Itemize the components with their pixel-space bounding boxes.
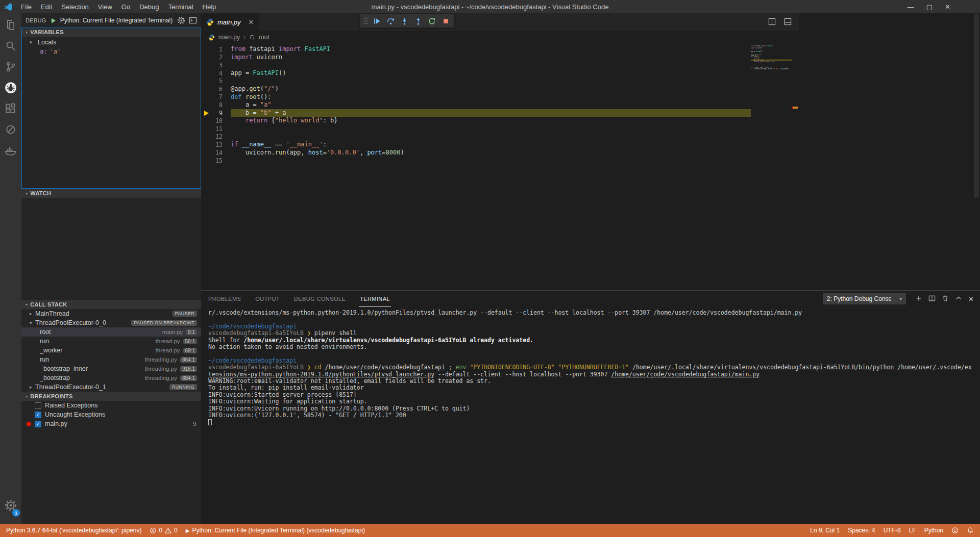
maximize-panel-icon[interactable] <box>955 295 962 303</box>
code-line-14[interactable]: uvicorn.run(app, host='0.0.0.0', port=80… <box>231 149 751 157</box>
problems-status[interactable]: 0 0 <box>145 524 181 537</box>
breakpoint-checkbox[interactable] <box>35 402 41 409</box>
variable-row[interactable]: a: 'a' <box>21 47 201 56</box>
code-line-2[interactable]: import uvicorn <box>231 54 751 62</box>
menu-terminal[interactable]: Terminal <box>163 0 198 13</box>
split-editor-icon[interactable] <box>768 18 776 27</box>
activity-search-icon[interactable] <box>0 35 21 56</box>
gutter-line-6[interactable]: 6 <box>201 85 231 93</box>
step-into-button[interactable] <box>398 15 410 27</box>
continue-button[interactable] <box>371 15 383 27</box>
callstack-row-_bootstrap[interactable]: _bootstrapthreading.py884:1 <box>21 373 201 382</box>
vscode-logo-icon[interactable] <box>0 3 16 11</box>
variables-header[interactable]: ▾ VARIABLES <box>21 28 201 37</box>
gutter-line-5[interactable]: 5 <box>201 77 231 85</box>
breakpoint-row[interactable]: ✓Uncaught Exceptions <box>21 410 201 419</box>
notifications-bell-icon[interactable] <box>963 527 978 534</box>
tab-main-py[interactable]: main.py ✕ <box>201 13 259 31</box>
code-line-5[interactable] <box>231 77 751 85</box>
callstack-row-threadpoolexecutor-0_0[interactable]: ▾ThreadPoolExecutor-0_0PAUSED ON BREAKPO… <box>21 318 201 327</box>
code-line-6[interactable]: @app.get("/") <box>231 85 751 93</box>
breadcrumb[interactable]: main.py › root <box>201 31 799 43</box>
settings-gear-icon[interactable]: 1 <box>0 495 21 516</box>
python-interpreter-status[interactable]: Python 3.6.7 64-bit ('vscodedebugfastapi… <box>2 524 145 537</box>
callstack-row-_worker[interactable]: _workerthread.py69:1 <box>21 346 201 355</box>
code-line-11[interactable] <box>231 125 751 133</box>
activity-explorer-icon[interactable] <box>0 14 21 35</box>
code-line-10[interactable]: return {"hello world": b} <box>231 117 751 125</box>
gutter-line-13[interactable]: 13 <box>201 141 231 149</box>
tab-close-icon[interactable]: ✕ <box>249 18 254 26</box>
gutter-line-2[interactable]: 2 <box>201 54 231 62</box>
menu-file[interactable]: File <box>16 0 36 13</box>
code-line-1[interactable]: from fastapi import FastAPI <box>231 45 751 54</box>
code-line-15[interactable] <box>231 157 751 165</box>
debug-console-toggle-icon[interactable] <box>189 16 197 24</box>
gutter-line-12[interactable]: 12 <box>201 133 231 141</box>
debug-configure-gear-icon[interactable] <box>177 16 185 24</box>
minimap[interactable]: from fastapi import FastAPIimport uvicor… <box>751 45 792 290</box>
code-line-3[interactable] <box>231 61 751 69</box>
feedback-smiley-icon[interactable] <box>947 527 963 534</box>
menu-debug[interactable]: Debug <box>135 0 163 13</box>
activity-source-control-icon[interactable] <box>0 56 21 77</box>
code-editor[interactable]: 123456789101112131415 from fastapi impor… <box>201 43 799 290</box>
callstack-row-_bootstrap_inner[interactable]: _bootstrap_innerthreading.py916:1 <box>21 364 201 373</box>
indentation-status[interactable]: Spaces: 4 <box>844 527 879 534</box>
gutter-line-8[interactable]: 8 <box>201 101 231 109</box>
code-line-12[interactable] <box>231 133 751 141</box>
gutter-line-15[interactable]: 15 <box>201 157 231 165</box>
step-out-button[interactable] <box>412 15 424 27</box>
stop-button[interactable] <box>439 15 452 27</box>
menu-help[interactable]: Help <box>198 0 221 13</box>
overview-ruler[interactable] <box>792 43 799 290</box>
gutter-line-4[interactable]: 4 <box>201 69 231 78</box>
breadcrumb-file[interactable]: main.py <box>218 34 240 41</box>
panel-tab-terminal[interactable]: TERMINAL <box>359 291 391 307</box>
callstack-row-run[interactable]: runthreading.py864:1 <box>21 355 201 364</box>
eol-status[interactable]: LF <box>905 527 920 534</box>
split-terminal-icon[interactable] <box>928 295 936 303</box>
language-mode[interactable]: Python <box>920 527 947 534</box>
gutter-line-7[interactable]: 7 <box>201 93 231 101</box>
gutter-line-11[interactable]: 11 <box>201 125 231 133</box>
code-line-8[interactable]: a = "a" <box>231 101 751 109</box>
callstack-row-root[interactable]: rootmain.py9:1 <box>21 327 201 337</box>
callstack-row-mainthread[interactable]: ▸MainThreadPAUSED <box>21 309 201 318</box>
restart-button[interactable] <box>426 15 438 27</box>
gutter-line-14[interactable]: 14 <box>201 149 231 157</box>
new-terminal-icon[interactable] <box>915 295 922 303</box>
close-button[interactable]: ✕ <box>945 4 950 10</box>
menu-go[interactable]: Go <box>117 0 135 13</box>
breadcrumb-symbol[interactable]: root <box>259 34 270 41</box>
gutter-line-10[interactable]: 10 <box>201 117 231 125</box>
gutter-line-9[interactable]: 9 <box>201 109 231 117</box>
cursor-position[interactable]: Ln 9, Col 1 <box>806 527 844 534</box>
breakpoint-checkbox[interactable]: ✓ <box>35 412 41 418</box>
activity-extensions-icon[interactable] <box>0 98 21 119</box>
code-line-9[interactable]: b = "b" + a <box>231 109 751 117</box>
debug-config-status[interactable]: ▶ Python: Current File (Integrated Termi… <box>182 524 369 537</box>
encoding-status[interactable]: UTF-8 <box>879 527 905 534</box>
callstack-row-run[interactable]: runthread.py56:1 <box>21 337 201 346</box>
breakpoint-row[interactable]: Raised Exceptions <box>21 401 201 410</box>
variables-scope-locals[interactable]: ▾ Locals <box>21 38 201 47</box>
panel-tab-problems[interactable]: PROBLEMS <box>207 291 242 307</box>
debug-start-icon[interactable] <box>50 17 57 24</box>
code-line-7[interactable]: def root(): <box>231 93 751 101</box>
watch-header[interactable]: ▾ WATCH <box>21 189 201 198</box>
toolbar-drag-handle[interactable] <box>363 15 369 27</box>
toggle-layout-icon[interactable] <box>784 18 792 27</box>
kill-terminal-icon[interactable] <box>942 295 949 303</box>
menu-selection[interactable]: Selection <box>57 0 93 13</box>
minimize-button[interactable]: — <box>908 4 914 10</box>
activity-test-icon[interactable] <box>0 119 21 140</box>
menu-edit[interactable]: Edit <box>36 0 57 13</box>
maximize-button[interactable]: ▢ <box>926 4 933 10</box>
callstack-header[interactable]: ▾ CALL STACK <box>21 300 201 309</box>
breakpoint-row[interactable]: ✓main.py9 <box>21 419 201 428</box>
panel-tab-debug-console[interactable]: DEBUG CONSOLE <box>293 291 347 307</box>
activity-debug-icon[interactable] <box>0 77 21 98</box>
terminal-content[interactable]: r/.vscode/extensions/ms-python.python-20… <box>201 307 980 524</box>
code-line-4[interactable]: app = FastAPI() <box>231 69 751 78</box>
